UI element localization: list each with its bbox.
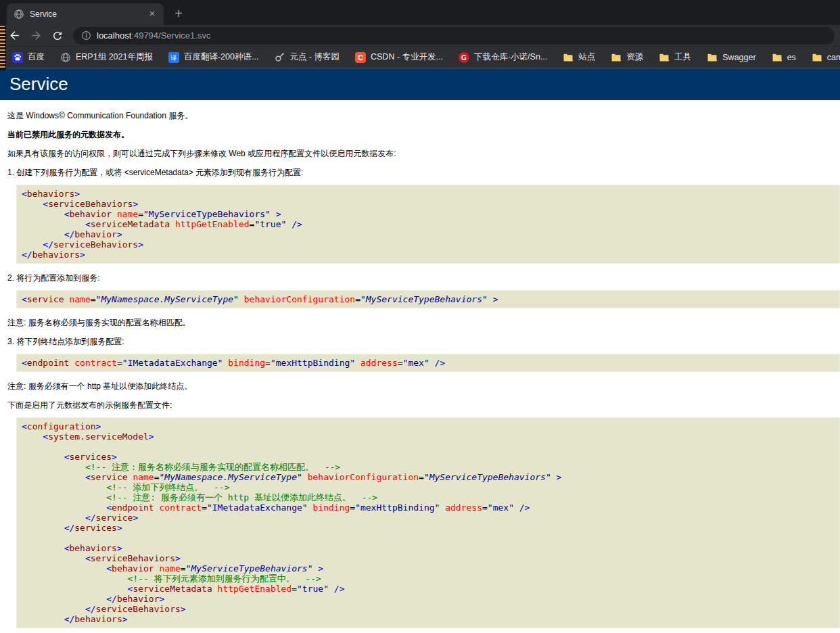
reload-button[interactable] <box>49 27 66 45</box>
bookmark-item[interactable]: G下载仓库·小诺/Sn... <box>456 49 550 65</box>
bookmark-label: 百度 <box>28 51 45 63</box>
info-icon[interactable] <box>81 30 91 41</box>
code-block-full-configuration: <configuration> <system.serviceModel> <s… <box>16 417 840 628</box>
folder-icon <box>563 52 574 63</box>
browser-toolbar: localhost:49794/Service1.svc <box>0 25 840 46</box>
url-text: localhost:49794/Service1.svc <box>97 30 210 41</box>
globe-favicon-icon <box>14 9 24 20</box>
bookmark-folder[interactable]: es <box>769 50 799 65</box>
cnblogs-icon <box>274 52 285 63</box>
code-block-behaviors: <behaviors> <serviceBehaviors> <behavior… <box>16 185 840 264</box>
bookmark-item[interactable]: CCSDN - 专业开发... <box>352 49 446 65</box>
howto-paragraph: 如果具有该服务的访问权限，则可以通过完成下列步骤来修改 Web 或应用程序配置文… <box>7 149 840 158</box>
gitee-icon: G <box>459 52 469 63</box>
bookmark-item[interactable]: 译百度翻译-200种语... <box>166 49 261 65</box>
url-host: localhost <box>97 30 131 41</box>
url-path: :49794/Service1.svc <box>131 30 210 41</box>
bookmark-item[interactable]: 元点 - 博客园 <box>271 49 342 65</box>
tab-strip: Service × + <box>0 0 840 25</box>
bookmark-label: 工具 <box>674 51 691 63</box>
bookmark-label: es <box>787 53 796 62</box>
baidu-icon <box>12 52 23 63</box>
bookmark-label: 元点 - 博客园 <box>289 51 340 63</box>
bookmark-folder[interactable]: 站点 <box>560 49 598 65</box>
bookmark-label: Swagger <box>722 53 755 62</box>
bookmark-folder[interactable]: 资源 <box>608 49 646 65</box>
folder-icon <box>812 52 822 63</box>
note-name-match: 注意: 服务名称必须与服务实现的配置名称相匹配。 <box>7 318 840 327</box>
bookmark-folder[interactable]: Swagger <box>704 50 758 65</box>
tab-title: Service <box>30 9 146 19</box>
folder-icon <box>659 52 670 63</box>
new-tab-button[interactable]: + <box>169 5 188 24</box>
page-title: Service <box>0 69 840 100</box>
bookmark-label: CSDN - 专业开发... <box>371 51 443 63</box>
note-http-base: 注意: 服务必须有一个 http 基址以便添加此终结点。 <box>7 381 840 391</box>
step-2-instruction: 2. 将行为配置添加到服务: <box>7 273 840 283</box>
translate-icon: 译 <box>168 52 179 63</box>
code-block-endpoint: <endpoint contract="IMetadataExchange" b… <box>16 354 840 372</box>
back-button[interactable] <box>5 27 23 45</box>
intro-paragraph: 这是 Windows© Communication Foundation 服务。 <box>7 111 840 120</box>
step-3-instruction: 3. 将下列终结点添加到服务配置: <box>7 337 840 346</box>
svg-text:译: 译 <box>170 53 177 61</box>
tab-close-icon[interactable]: × <box>146 8 158 20</box>
forward-button[interactable] <box>27 27 45 45</box>
svg-text:C: C <box>358 53 363 62</box>
globe-icon <box>60 52 71 63</box>
browser-chrome: Service × + localhost:49794/Service1.svc… <box>0 0 840 69</box>
bookmark-label: ERP1组 2021年周报 <box>76 51 153 63</box>
bookmark-folder[interactable]: camunda <box>809 50 840 65</box>
csdn-icon: C <box>355 52 366 63</box>
bookmark-folder[interactable]: 工具 <box>656 49 694 65</box>
bookmark-label: 百度翻译-200种语... <box>184 51 258 63</box>
url-bar[interactable]: localhost:49794/Service1.svc <box>73 27 835 45</box>
metadata-disabled-note: 当前已禁用此服务的元数据发布。 <box>7 130 840 139</box>
folder-icon <box>772 52 783 63</box>
folder-icon <box>611 52 622 63</box>
code-block-service: <service name="MyNamespace.MyServiceType… <box>16 290 840 308</box>
bookmark-item[interactable]: 百度 <box>9 49 47 65</box>
bookmark-label: 下载仓库·小诺/Sn... <box>474 51 547 63</box>
service-help-page: Service 这是 Windows© Communication Founda… <box>0 69 840 628</box>
browser-tab-service[interactable]: Service × <box>7 3 164 25</box>
bookmark-item[interactable]: ERP1组 2021年周报 <box>57 49 156 65</box>
sample-config-intro: 下面是启用了元数据发布的示例服务配置文件: <box>7 400 840 410</box>
page-content: 这是 Windows© Communication Foundation 服务。… <box>16 100 840 628</box>
bookmarks-bar: 百度ERP1组 2021年周报译百度翻译-200种语...元点 - 博客园CCS… <box>0 46 840 69</box>
background-window-edge <box>0 25 6 70</box>
step-1-instruction: 1. 创建下列服务行为配置，或将 <serviceMetadata> 元素添加到… <box>7 168 840 177</box>
bookmark-label: 站点 <box>578 51 595 63</box>
bookmark-label: 资源 <box>626 51 643 63</box>
svg-text:G: G <box>461 53 467 61</box>
folder-icon <box>707 52 718 63</box>
bookmark-label: camunda <box>827 53 840 62</box>
